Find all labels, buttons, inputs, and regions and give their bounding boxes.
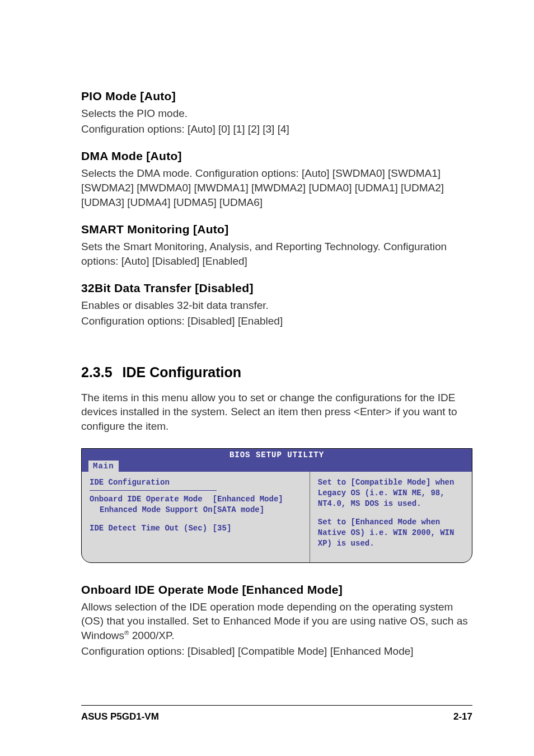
bios-help-text-1: Set to [Compatible Mode] when Legacy OS …	[318, 477, 464, 509]
heading-32bit-data-transfer: 32Bit Data Transfer [Disabled]	[81, 281, 472, 295]
bios-value-enhanced-support: [SATA mode]	[213, 505, 302, 515]
heading-ide-configuration: 2.3.5IDE Configuration	[81, 364, 472, 381]
bios-row-operate-mode[interactable]: Onboard IDE Operate Mode [Enhanced Mode]	[90, 494, 302, 505]
text-dma-desc: Selects the DMA mode. Configuration opti…	[81, 166, 472, 209]
text-onboard-options: Configuration options: [Disabled] [Compa…	[81, 644, 472, 659]
bios-tab-main[interactable]: Main	[88, 461, 119, 472]
text-onboard-desc: Allows selection of the IDE operation mo…	[81, 600, 472, 643]
section-title: IDE Configuration	[123, 364, 241, 380]
bios-help-text-2: Set to [Enhanced Mode when Native OS) i.…	[318, 517, 464, 549]
section-number: 2.3.5	[81, 364, 113, 381]
bios-body: IDE Configuration Onboard IDE Operate Mo…	[82, 472, 472, 562]
heading-dma-mode: DMA Mode [Auto]	[81, 149, 472, 163]
bios-setup-panel: BIOS SETUP UTILITY Main IDE Configuratio…	[81, 448, 472, 563]
bios-title: BIOS SETUP UTILITY	[82, 450, 472, 461]
heading-onboard-ide-operate-mode: Onboard IDE Operate Mode [Enhanced Mode]	[81, 583, 472, 597]
footer-product-name: ASUS P5GD1-VM	[81, 711, 159, 722]
text-32bit-options: Configuration options: [Disabled] [Enabl…	[81, 314, 472, 328]
text-ide-intro: The items in this menu allow you to set …	[81, 391, 472, 434]
bios-divider	[90, 490, 217, 491]
bios-row-enhanced-support[interactable]: Enhanced Mode Support On [SATA mode]	[90, 505, 302, 515]
heading-smart-monitoring: SMART Monitoring [Auto]	[81, 223, 472, 236]
bios-label-enhanced-support: Enhanced Mode Support On	[90, 505, 213, 515]
bios-label-operate-mode: Onboard IDE Operate Mode	[90, 494, 213, 505]
heading-pio-mode: PIO Mode [Auto]	[81, 90, 472, 103]
bios-label-detect-timeout: IDE Detect Time Out (Sec)	[90, 523, 213, 534]
bios-row-detect-timeout[interactable]: IDE Detect Time Out (Sec) [35]	[90, 523, 302, 534]
bios-help-pane: Set to [Compatible Mode] when Legacy OS …	[310, 472, 472, 562]
text-pio-options: Configuration options: [Auto] [0] [1] [2…	[81, 122, 472, 137]
bios-value-detect-timeout: [35]	[213, 523, 302, 534]
text-onboard-desc-part2: 2000/XP.	[129, 630, 174, 641]
bios-header: BIOS SETUP UTILITY Main	[82, 449, 472, 472]
bios-value-operate-mode: [Enhanced Mode]	[213, 494, 302, 505]
bios-left-pane: IDE Configuration Onboard IDE Operate Mo…	[82, 472, 310, 562]
footer-page-number: 2-17	[453, 711, 472, 722]
text-smart-desc: Sets the Smart Monitoring, Analysis, and…	[81, 240, 472, 268]
bios-left-title: IDE Configuration	[90, 477, 302, 488]
text-pio-desc: Selects the PIO mode.	[81, 106, 472, 121]
text-32bit-desc: Enables or disables 32-bit data transfer…	[81, 298, 472, 313]
page-footer: ASUS P5GD1-VM 2-17	[81, 705, 472, 722]
